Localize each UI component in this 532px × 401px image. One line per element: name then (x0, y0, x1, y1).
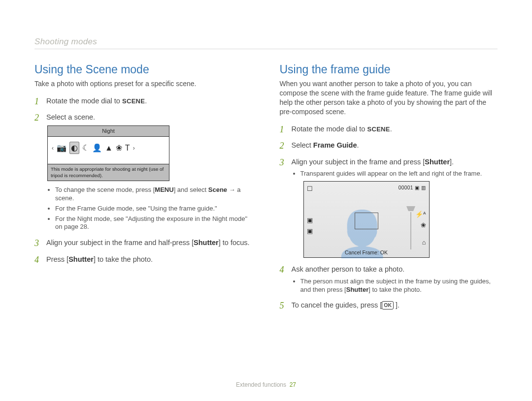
macro-icon: ❀ (421, 221, 426, 230)
step-number: 1 (280, 123, 284, 135)
step-number: 3 (34, 237, 39, 249)
right-step-5: 5 To cancel the guides, press [OK ]. (280, 301, 498, 310)
sub-item: To change the scene mode, press [MENU] a… (55, 186, 253, 203)
lcd-icons-row: ‹ 📷 ◐ ☾ 👤 ▲ ❀ T › (48, 137, 169, 164)
step-number: 3 (280, 156, 284, 168)
right-steps: 1 Rotate the mode dial to SCENE. 2 Selec… (280, 124, 498, 310)
counter-battery-icon: 00001 ▣ ▥ (399, 185, 426, 191)
scene-glyph: SCENE (367, 125, 390, 133)
focus-box (355, 213, 378, 229)
step-text-tail: ]. (394, 301, 399, 309)
step-text: Rotate the mode dial to (292, 125, 367, 133)
right-step-2: 2 Select Frame Guide. (280, 141, 498, 151)
lamp-silhouette (404, 202, 417, 249)
right-intro: When you want another person to take a p… (280, 79, 498, 117)
step-text-tail: . (390, 125, 392, 133)
frame-lcd-caption: Cancel Frame: OK (304, 249, 429, 256)
scene-icon: ☾ (82, 143, 89, 154)
right-step-3: 3 Align your subject in the frame and pr… (280, 157, 498, 258)
step-text: Press [ (46, 255, 68, 263)
chevron-left-icon: ‹ (52, 144, 54, 152)
shutter-label: Shutter (425, 158, 450, 166)
left-column: Using the Scene mode Take a photo with o… (34, 63, 253, 317)
right-column: Using the frame guide When you want anot… (280, 63, 498, 317)
step-number: 4 (280, 264, 284, 276)
step-text: To cancel the guides, press [ (292, 301, 382, 309)
page-number: 27 (290, 381, 296, 388)
left-step-1: 1 Rotate the mode dial to SCENE. (34, 96, 253, 106)
shutter-label: Shutter (194, 239, 219, 247)
right-step4-sublist: The person must align the subject in the… (292, 278, 498, 294)
scene-lcd-figure: Night ‹ 📷 ◐ ☾ 👤 ▲ ❀ T › (47, 125, 253, 181)
left-step-3: 3 Align your subject in the frame and ha… (34, 238, 253, 248)
sub-text: ] and select (174, 186, 208, 193)
sub-text: ] to take the photo. (368, 286, 422, 293)
step-text: Align your subject in the frame and half… (46, 239, 194, 247)
lcd-description: This mode is appropriate for shooting at… (48, 164, 169, 180)
step-number: 4 (34, 254, 39, 266)
step-text: Ask another person to take a photo. (292, 265, 405, 273)
scene-icon: 👤 (92, 143, 102, 154)
step-number: 1 (34, 95, 39, 107)
left-heading: Using the Scene mode (34, 63, 253, 76)
home-icon: ⌂ (422, 238, 426, 247)
shutter-label: Shutter (68, 255, 94, 263)
step-number: 2 (280, 140, 284, 152)
sub-item: Transparent guides will appear on the le… (300, 170, 498, 178)
indicator-icon: ▣ (307, 216, 313, 225)
scene-lcd: Night ‹ 📷 ◐ ☾ 👤 ▲ ❀ T › (47, 125, 169, 181)
left-step-4: 4 Press [Shutter] to take the photo. (34, 255, 253, 265)
content-columns: Using the Scene mode Take a photo with o… (34, 63, 498, 317)
sub-item: For the Night mode, see "Adjusting the e… (55, 215, 253, 232)
page-footer: Extended functions 27 (0, 381, 532, 388)
right-step-4: 4 Ask another person to take a photo. Th… (280, 265, 498, 294)
frame-guide-label: Frame Guide (313, 141, 357, 149)
shutter-label: Shutter (346, 286, 369, 293)
scene-icon: ▲ (105, 143, 113, 154)
right-step-1: 1 Rotate the mode dial to SCENE. (280, 124, 498, 134)
mode-icon: ☐ (307, 185, 313, 193)
frame-lcd-figure: ☐ 00001 ▣ ▥ ▣ ▣ ⚡ᴬ ❀ ⌂ 👤 Cancel Frame: O… (293, 181, 498, 258)
step-text-tail: . (357, 141, 359, 149)
step-text-tail: ]. (450, 158, 454, 166)
step-text-tail: ] to focus. (219, 239, 250, 247)
step-text: Select a scene. (46, 113, 95, 121)
step-text-tail: ] to take the photo. (94, 255, 153, 263)
scene-glyph: SCENE (122, 97, 145, 105)
lcd-title-bar: Night (48, 126, 169, 137)
sub-item: For the Frame Guide mode, see "Using the… (55, 205, 253, 213)
step-text: Select (292, 141, 313, 149)
right-step3-sublist: Transparent guides will appear on the le… (292, 170, 498, 178)
left-steps: 1 Rotate the mode dial to SCENE. 2 Selec… (34, 96, 253, 265)
left-step2-sublist: To change the scene mode, press [MENU] a… (46, 186, 253, 231)
left-intro: Take a photo with options preset for a s… (34, 79, 253, 89)
indicator-icon: ▣ (307, 227, 313, 236)
left-step-2: 2 Select a scene. Night ‹ 📷 ◐ ☾ 👤 ▲ (34, 113, 253, 231)
frame-guide-lcd: ☐ 00001 ▣ ▥ ▣ ▣ ⚡ᴬ ❀ ⌂ 👤 Cancel Frame: O… (303, 181, 430, 258)
right-heading: Using the frame guide (280, 63, 498, 76)
scene-icon: ❀ (116, 143, 122, 154)
step-number: 2 (34, 112, 39, 123)
menu-label: MENU (155, 186, 173, 193)
step-text-tail: . (145, 97, 147, 105)
chevron-right-icon: › (133, 144, 135, 152)
scene-icon: 📷 (57, 143, 66, 154)
scene-icon: T (125, 143, 130, 154)
page: Shooting modes Using the Scene mode Take… (0, 0, 532, 332)
scene-icon-selected: ◐ (69, 142, 79, 154)
step-text: Align your subject in the frame and pres… (292, 158, 425, 166)
step-text: Rotate the mode dial to (46, 97, 122, 105)
sub-text: To change the scene mode, press [ (55, 186, 155, 193)
footer-text: Extended functions (236, 381, 286, 388)
step-number: 5 (280, 300, 284, 311)
section-label: Shooting modes (34, 37, 498, 49)
scene-label: Scene (208, 186, 227, 193)
ok-icon: OK (382, 301, 394, 309)
sub-item: The person must align the subject in the… (300, 278, 498, 294)
